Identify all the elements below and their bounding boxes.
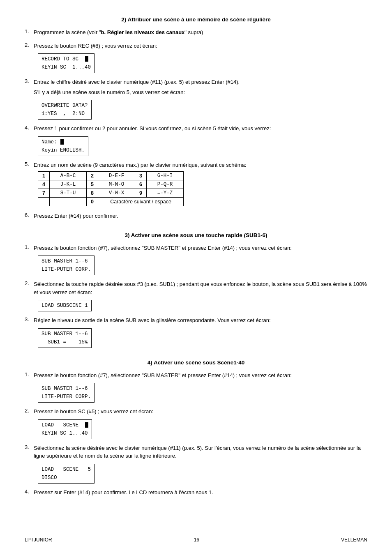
key-chars: P-Q-R	[147, 180, 184, 189]
step-content: Pressez le bouton REC (#8) ; vous verrez…	[34, 42, 367, 75]
step-text: Pressez sur Enter (#14) pour confirmer. …	[34, 488, 367, 497]
key-num: 1	[38, 172, 50, 180]
key-num: 5	[87, 180, 98, 189]
footer-right: VELLEMAN	[341, 537, 367, 543]
step-num: 1.	[25, 371, 34, 378]
step-text: Pressez Enter (#14) pour confirmer.	[34, 212, 367, 220]
section-4-title: 4) Activer une scène sous Scène1-40	[25, 359, 367, 366]
step-text: Entrez le chiffre désiré avec le clavier…	[34, 78, 367, 86]
step-2-5: 5. Entrez un nom de scène (9 caractères …	[25, 161, 367, 209]
key-chars: J-K-L	[50, 180, 87, 189]
section-2-steps: 1. Programmez la scène (voir "b. Régler …	[25, 28, 367, 222]
step-text: Pressez le bouton SC (#5) ; vous verrez …	[34, 408, 367, 416]
step-num: 2.	[25, 280, 34, 286]
table-row: 7 S-T-U 8 V-W-X 9 =-Y-Z	[38, 189, 184, 198]
lcd-display: SUB MASTER 1--6 LITE-PUTER CORP.	[38, 256, 95, 275]
key-chars: A-B-C	[50, 172, 87, 180]
step-content: Pressez 1 pour confirmer ou 2 pour annul…	[34, 124, 367, 158]
section-4-steps: 1. Pressez le bouton fonction (#7), séle…	[25, 371, 367, 499]
step-num: 3.	[25, 444, 34, 450]
step-text: Programmez la scène (voir "b. Régler les…	[34, 28, 367, 37]
step-text: Pressez le bouton REC (#8) ; vous verrez…	[34, 42, 367, 50]
footer: LPTJUNIOR 16 VELLEMAN	[0, 537, 392, 543]
lcd-display: OVERWRITE DATA? 1:YES , 2:NO	[38, 100, 92, 120]
table-row: 4 J-K-L 5 M-N-O 6 P-Q-R	[38, 180, 184, 189]
key-chars: M-N-O	[98, 180, 135, 189]
key-chars-wide: Caractère suivant / espace	[98, 198, 184, 206]
key-chars	[50, 198, 87, 206]
step-content: Programmez la scène (voir "b. Régler les…	[34, 28, 367, 39]
step-num: 4.	[25, 124, 34, 131]
key-chars: D-E-F	[98, 172, 135, 180]
lcd-display: SUB MASTER 1--6 LITE-PUTER CORP.	[38, 383, 95, 403]
step-num: 4.	[25, 488, 34, 495]
step-num: 2.	[25, 408, 34, 414]
step-content: Réglez le niveau de sortie de la scène S…	[34, 316, 367, 350]
key-num: 4	[38, 180, 50, 189]
key-chars: V-W-X	[98, 189, 135, 198]
step-3-2: 2. Sélectionnez la touche rapide désirée…	[25, 280, 367, 313]
char-table: 1 A-B-C 2 D-E-F 3 G-H-I 4 J-K-L 5 M-N-O	[38, 171, 184, 206]
step-2-4: 4. Pressez 1 pour confirmer ou 2 pour an…	[25, 124, 367, 158]
step-content: Pressez le bouton SC (#5) ; vous verrez …	[34, 408, 367, 441]
step-text-2: S'il y a déjà une scène sous le numéro 5…	[34, 88, 367, 97]
step-content: Entrez un nom de scène (9 caractères max…	[34, 161, 367, 209]
step-4-1: 1. Pressez le bouton fonction (#7), séle…	[25, 371, 367, 405]
step-content: Pressez Enter (#14) pour confirmer.	[34, 212, 367, 222]
key-chars: G-H-I	[147, 172, 184, 180]
step-4-2: 2. Pressez le bouton SC (#5) ; vous verr…	[25, 408, 367, 441]
lcd-cursor	[60, 139, 64, 145]
step-num: 1.	[25, 28, 34, 35]
step-text: Pressez le bouton fonction (#7), sélecti…	[34, 244, 367, 252]
step-2-1: 1. Programmez la scène (voir "b. Régler …	[25, 28, 367, 39]
key-chars: =-Y-Z	[147, 189, 184, 198]
key-num: 7	[38, 189, 50, 198]
step-4-4: 4. Pressez sur Enter (#14) pour confirme…	[25, 488, 367, 499]
step-content: Pressez sur Enter (#14) pour confirmer. …	[34, 488, 367, 499]
step-num: 1.	[25, 244, 34, 250]
key-num: 2	[87, 172, 98, 180]
key-num	[38, 198, 50, 206]
section-3-title: 3) Activer une scène sous une touche rap…	[25, 232, 367, 238]
step-content: Entrez le chiffre désiré avec le clavier…	[34, 78, 367, 121]
lcd-display: LOAD SCENE KEYIN SC 1...40	[38, 419, 92, 439]
bold-text: b. Régler les niveaux des canaux	[101, 29, 185, 35]
step-3-1: 1. Pressez le bouton fonction (#7), séle…	[25, 244, 367, 277]
lcd-cursor	[85, 56, 88, 62]
step-2-2: 2. Pressez le bouton REC (#8) ; vous ver…	[25, 42, 367, 75]
step-text: Entrez un nom de scène (9 caractères max…	[34, 161, 367, 169]
key-chars: S-T-U	[50, 189, 87, 198]
lcd-display: LOAD SCENE 5 DISCO	[38, 464, 95, 484]
step-4-3: 3. Sélectionnez la scène désirée avec le…	[25, 444, 367, 485]
step-text: Réglez le niveau de sortie de la scène S…	[34, 316, 367, 325]
step-num: 2.	[25, 42, 34, 48]
step-content: Sélectionnez la scène désirée avec le cl…	[34, 444, 367, 485]
step-text: Pressez le bouton fonction (#7), sélecti…	[34, 371, 367, 380]
lcd-display: Name: Keyin ENGLISH.	[38, 136, 88, 156]
step-num: 3.	[25, 316, 34, 322]
footer-left: LPTJUNIOR	[25, 537, 52, 543]
section-3: 3) Activer une scène sous une touche rap…	[25, 232, 367, 350]
key-num: 8	[87, 189, 98, 198]
section-2: 2) Attribuer une scène à une mémoire de …	[25, 16, 367, 222]
step-num: 3.	[25, 78, 34, 84]
key-num: 6	[135, 180, 147, 189]
step-3-3: 3. Réglez le niveau de sortie de la scèn…	[25, 316, 367, 350]
step-content: Pressez le bouton fonction (#7), sélecti…	[34, 371, 367, 405]
step-num: 6.	[25, 212, 34, 218]
section-2-title: 2) Attribuer une scène à une mémoire de …	[25, 16, 367, 23]
table-row: 0 Caractère suivant / espace	[38, 198, 184, 206]
lcd-display: SUB MASTER 1--6 SUB1 = 15%	[38, 328, 92, 348]
step-2-6: 6. Pressez Enter (#14) pour confirmer.	[25, 212, 367, 222]
table-row: 1 A-B-C 2 D-E-F 3 G-H-I	[38, 172, 184, 180]
step-text: Sélectionnez la touche rapide désirée so…	[34, 280, 367, 296]
step-content: Pressez le bouton fonction (#7), sélecti…	[34, 244, 367, 277]
section-4: 4) Activer une scène sous Scène1-40 1. P…	[25, 359, 367, 499]
lcd-display: LOAD SUBSCENE 1	[38, 300, 92, 311]
step-text: Sélectionnez la scène désirée avec le cl…	[34, 444, 367, 460]
key-num: 0	[87, 198, 98, 206]
key-num: 3	[135, 172, 147, 180]
step-text: Pressez 1 pour confirmer ou 2 pour annul…	[34, 124, 367, 133]
lcd-display: RECORD TO SC KEYIN SC 1...40	[38, 53, 95, 73]
section-3-steps: 1. Pressez le bouton fonction (#7), séle…	[25, 244, 367, 350]
